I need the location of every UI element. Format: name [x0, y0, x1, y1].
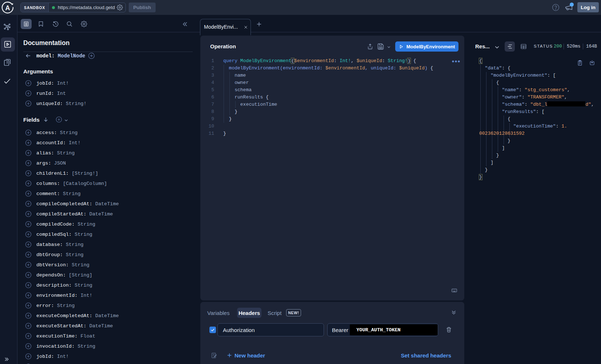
svg-text:A: A [5, 4, 10, 12]
